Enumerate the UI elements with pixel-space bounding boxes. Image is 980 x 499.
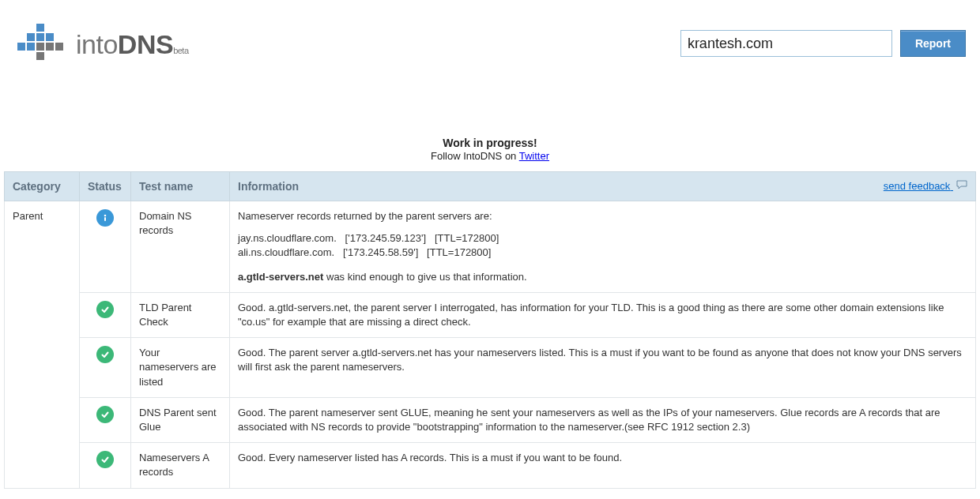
test-name-cell: TLD Parent Check [131, 292, 230, 337]
send-feedback-link[interactable]: send feedback [884, 180, 967, 192]
logo-main: DNS [118, 29, 173, 59]
svg-rect-1 [104, 217, 106, 221]
ns-records: jay.ns.cloudflare.com. ['173.245.59.123'… [238, 231, 967, 260]
domain-input[interactable] [680, 30, 892, 57]
info-cell: Good. The parent nameserver sent GLUE, m… [230, 397, 976, 442]
search-area: Report [680, 24, 966, 57]
logo-icon [14, 24, 68, 65]
test-name-cell: DNS Parent sent Glue [131, 397, 230, 442]
checkmark-icon [96, 451, 114, 468]
wip-subtitle: Follow IntoDNS on Twitter [0, 150, 980, 163]
ns-intro: Nameserver records returned by the paren… [238, 209, 967, 223]
status-cell [80, 443, 131, 488]
report-button[interactable]: Report [900, 30, 966, 57]
results-table: Category Status Test name Information se… [4, 171, 976, 488]
info-cell: Good. a.gtld-servers.net, the parent ser… [230, 292, 976, 337]
status-cell [80, 201, 131, 293]
checkmark-icon [96, 301, 114, 318]
table-row: Your nameservers are listed Good. The pa… [5, 338, 976, 398]
feedback-label: send feedback [884, 180, 951, 192]
col-info: Information send feedback [230, 172, 976, 201]
checkmark-icon [96, 346, 114, 363]
ns-source-bold: a.gtld-servers.net [238, 271, 323, 283]
wip-title: Work in progress! [0, 136, 980, 150]
twitter-link[interactable]: Twitter [519, 150, 549, 162]
table-row: TLD Parent Check Good. a.gtld-servers.ne… [5, 292, 976, 337]
wip-subtitle-prefix: Follow IntoDNS on [431, 150, 519, 162]
test-name-cell: Domain NS records [131, 201, 230, 293]
table-row: Nameservers A records Good. Every namese… [5, 443, 976, 488]
table-header-row: Category Status Test name Information se… [5, 172, 976, 201]
category-cell: Parent [5, 201, 80, 488]
logo[interactable]: intoDNSbeta [14, 24, 189, 65]
table-row: Parent Domain NS records Nameserver reco… [5, 201, 976, 293]
table-row: DNS Parent sent Glue Good. The parent na… [5, 397, 976, 442]
ns-source-rest: was kind enough to give us that informat… [323, 271, 526, 283]
info-icon [96, 209, 114, 227]
col-info-label: Information [238, 180, 299, 193]
status-cell [80, 292, 131, 337]
logo-prefix: into [76, 29, 118, 59]
ns-source: a.gtld-servers.net was kind enough to gi… [238, 270, 967, 284]
col-test: Test name [131, 172, 230, 201]
speech-bubble-icon [956, 180, 967, 192]
status-cell [80, 338, 131, 398]
test-name-cell: Your nameservers are listed [131, 338, 230, 398]
svg-point-0 [104, 215, 107, 217]
test-name-cell: Nameservers A records [131, 443, 230, 488]
logo-suffix: beta [173, 46, 188, 55]
col-status: Status [80, 172, 131, 201]
page-header: intoDNSbeta Report [0, 0, 980, 81]
logo-text: intoDNSbeta [76, 29, 189, 60]
info-cell: Good. The parent server a.gtld-servers.n… [230, 338, 976, 398]
checkmark-icon [96, 406, 114, 423]
info-cell: Good. Every nameserver listed has A reco… [230, 443, 976, 488]
info-cell: Nameserver records returned by the paren… [230, 201, 976, 293]
status-cell [80, 397, 131, 442]
col-category: Category [5, 172, 80, 201]
wip-banner: Work in progress! Follow IntoDNS on Twit… [0, 136, 980, 163]
